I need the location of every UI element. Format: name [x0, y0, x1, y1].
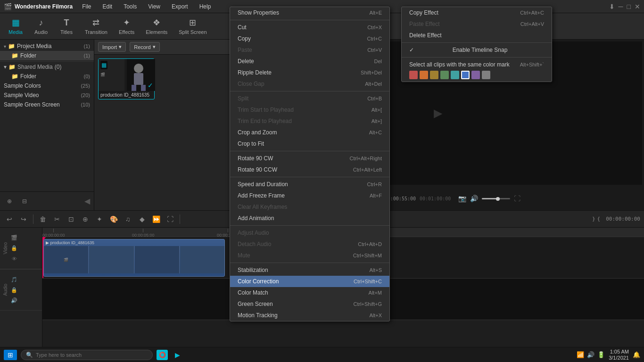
taskbar-filmora-button[interactable]: ▶	[172, 350, 183, 360]
video-clip-1[interactable]: ▶ production ID_4881635 🎬	[43, 239, 225, 277]
window-minimize[interactable]: ─	[619, 3, 623, 10]
toolbar-effects[interactable]: ✦ Effects	[114, 16, 139, 37]
ctx-speed[interactable]: Speed and Duration Ctrl+R	[230, 179, 389, 190]
menu-view[interactable]: View	[146, 2, 162, 11]
preview-volume-button[interactable]: 🔊	[470, 195, 478, 202]
tree-sample-green[interactable]: Sample Green Screen (10)	[0, 100, 94, 109]
menu-tools[interactable]: Tools	[122, 2, 139, 11]
tl-effects-button[interactable]: ✦	[94, 214, 105, 225]
notification-icon[interactable]: 🔔	[633, 351, 640, 358]
remove-folder-button[interactable]: ⊟	[19, 196, 30, 207]
tl-speed-button[interactable]: ⏩	[150, 214, 162, 225]
audio-lock-icon[interactable]: 🔒	[10, 286, 18, 294]
taskbar-search[interactable]: 🔍	[21, 350, 153, 360]
ctx-mute[interactable]: Mute Ctrl+Shift+M	[230, 250, 389, 261]
volume-slider[interactable]	[482, 198, 510, 199]
ctx-ripple-delete[interactable]: Ripple Delete Shift+Del	[230, 67, 389, 78]
preview-snapshot-button[interactable]: 📷	[458, 195, 466, 202]
color-swatch-gray[interactable]	[482, 71, 490, 79]
tree-sample-colors[interactable]: Sample Colors (25)	[0, 81, 94, 90]
collapse-panel-button[interactable]: ◀	[84, 197, 90, 206]
ctx-freeze[interactable]: Add Freeze Frame Alt+F	[230, 190, 389, 201]
color-swatch-yellow[interactable]	[430, 71, 438, 79]
media-item-production[interactable]: 🎬 ▦ ✓ production ID_4881635	[98, 58, 155, 99]
toolbar-elements[interactable]: ❖ Elements	[141, 16, 172, 37]
ctx-add-animation[interactable]: Add Animation	[230, 213, 389, 224]
tl-crop-button[interactable]: ⊡	[66, 214, 77, 225]
tl-fullscreen-button[interactable]: ⛶	[165, 214, 176, 225]
window-close[interactable]: ✕	[635, 3, 640, 10]
ctx-color-match[interactable]: Color Match Alt+M	[230, 287, 389, 298]
ctx-rotate-cw[interactable]: Rotate 90 CW Ctrl+Alt+Right	[230, 153, 389, 164]
menu-help[interactable]: Help	[198, 2, 213, 11]
record-dropdown[interactable]: Record ▾	[130, 42, 159, 52]
taskbar-search-input[interactable]	[36, 352, 148, 358]
tree-shared-folder[interactable]: 📁 Folder (0)	[0, 72, 94, 81]
ctx-show-properties[interactable]: Show Properties Alt+E	[230, 7, 389, 18]
tl-color-button[interactable]: 🎨	[108, 214, 119, 225]
import-dropdown[interactable]: Import ▾	[98, 42, 126, 52]
tl-delete-button[interactable]: 🗑	[37, 214, 49, 225]
ctx-trim-end[interactable]: Trim End to Playhead Alt+]	[230, 115, 389, 127]
color-swatch-purple[interactable]	[471, 71, 480, 79]
tl-keyframe-button[interactable]: ◆	[136, 214, 148, 225]
ctx-delete[interactable]: Delete Del	[230, 56, 389, 67]
ctx-crop-zoom[interactable]: Crop and Zoom Alt+C	[230, 127, 389, 138]
battery-icon[interactable]: 🔋	[597, 351, 605, 358]
window-download[interactable]: ⬇	[609, 3, 615, 10]
color-swatch-red[interactable]	[409, 71, 418, 79]
taskbar-cortana-button[interactable]: ⭕	[157, 350, 168, 360]
preview-fullscreen-button[interactable]: ⛶	[514, 195, 520, 202]
ctx-clear-keyframes[interactable]: Clear All Keyframes	[230, 201, 389, 213]
toolbar-media[interactable]: ▦ Media	[4, 16, 27, 37]
tree-folder-1[interactable]: 📁 Folder (1)	[0, 51, 94, 60]
ctx-rotate-ccw[interactable]: Rotate 90 CCW Ctrl+Alt+Left	[230, 164, 389, 175]
ctx-paste[interactable]: Paste Ctrl+V	[230, 44, 389, 56]
toolbar-transition[interactable]: ⇄ Transition	[80, 16, 112, 37]
ctx-adjust-audio[interactable]: Adjust Audio	[230, 227, 389, 239]
tl-audio-button[interactable]: ♫	[122, 214, 133, 225]
menu-edit[interactable]: Edit	[100, 2, 114, 11]
ctx-enable-snap[interactable]: ✓ Enable Timeline Snap	[402, 44, 552, 56]
ctx-delete-effect[interactable]: Delete Effect	[402, 30, 552, 41]
video-eye-icon[interactable]: 👁	[10, 255, 18, 263]
window-maximize[interactable]: □	[627, 3, 631, 10]
tree-sample-video[interactable]: Sample Video (20)	[0, 90, 94, 100]
menu-export[interactable]: Export	[170, 2, 190, 11]
ctx-crop-fit[interactable]: Crop to Fit	[230, 138, 389, 149]
ctx-detach-audio[interactable]: Detach Audio Ctrl+Alt+D	[230, 239, 389, 250]
color-swatch-green[interactable]	[440, 71, 449, 79]
ctx-stabilization[interactable]: Stabilization Alt+S	[230, 264, 389, 276]
ctx-trim-start[interactable]: Trim Start to Playhead Alt+[	[230, 104, 389, 115]
tree-project-media[interactable]: ▾ 📁 Project Media (1)	[0, 41, 94, 51]
video-track-icon[interactable]: 🎬	[10, 234, 18, 242]
tl-redo-button[interactable]: ↪	[18, 214, 29, 225]
ctx-split[interactable]: Split Ctrl+B	[230, 93, 389, 104]
tree-shared-media[interactable]: ▾ 📁 Shared Media (0)	[0, 61, 94, 72]
audio-volume-icon[interactable]: 🔊	[10, 296, 18, 304]
menu-file[interactable]: File	[80, 2, 93, 11]
tl-undo-button[interactable]: ↩	[4, 214, 15, 225]
tl-cut-button[interactable]: ✂	[51, 214, 63, 225]
ctx-motion-tracking[interactable]: Motion Tracking Alt+X	[230, 310, 389, 321]
tl-zoom-button[interactable]: ⊕	[80, 214, 91, 225]
audio-track-icon[interactable]: 🎵	[10, 275, 18, 284]
add-folder-button[interactable]: ⊕	[4, 196, 15, 207]
taskbar-start-button[interactable]: ⊞	[4, 350, 17, 360]
color-swatch-orange[interactable]	[420, 71, 428, 79]
ctx-cut[interactable]: Cut Ctrl+X	[230, 22, 389, 33]
ctx-copy[interactable]: Copy Ctrl+C	[230, 33, 389, 44]
color-swatch-teal[interactable]	[451, 71, 459, 79]
toolbar-audio[interactable]: ♪ Audio	[29, 16, 53, 37]
toolbar-split[interactable]: ⊞ Split Screen	[174, 16, 211, 37]
volume-sys-icon[interactable]: 🔊	[587, 351, 594, 358]
ctx-color-correction[interactable]: Color Correction Ctrl+Shift+C	[230, 276, 389, 287]
ctx-green-screen[interactable]: Green Screen Ctrl+Shift+G	[230, 298, 389, 310]
ctx-paste-effect[interactable]: Paste Effect Ctrl+Alt+V	[402, 18, 552, 30]
color-swatch-blue[interactable]	[461, 71, 470, 79]
ctx-copy-effect[interactable]: Copy Effect Ctrl+Alt+C	[402, 7, 552, 18]
toolbar-titles[interactable]: T Titles	[55, 16, 78, 37]
taskbar-clock[interactable]: 1:05 AM 3/1/2021	[609, 349, 629, 361]
network-icon[interactable]: 📶	[577, 351, 584, 358]
video-lock-icon[interactable]: 🔒	[10, 244, 18, 253]
